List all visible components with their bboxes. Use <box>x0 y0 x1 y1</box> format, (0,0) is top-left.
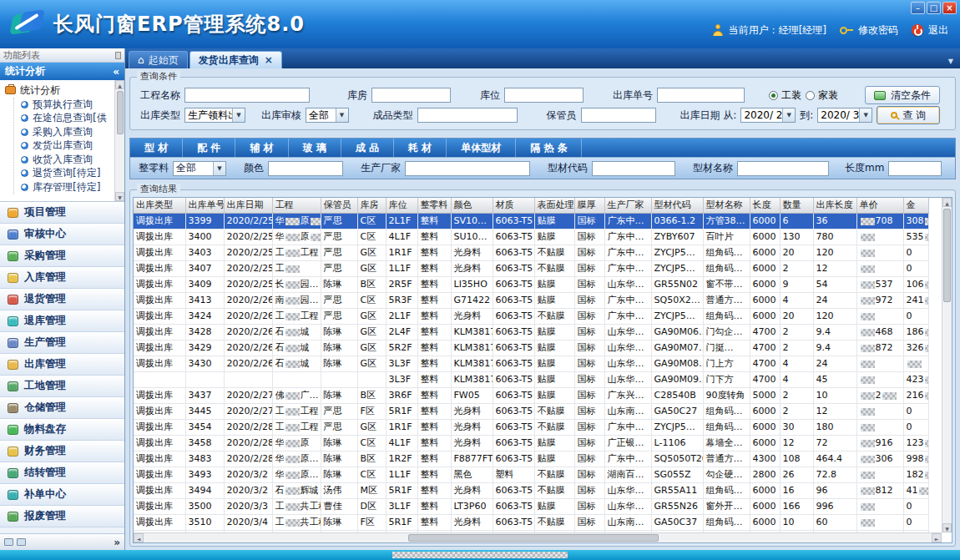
column-header[interactable]: 颜色 <box>451 198 493 213</box>
column-header[interactable]: 库房 <box>357 198 386 213</box>
scroll-right-icon[interactable]: ► <box>932 533 942 542</box>
sidebar-menu-item[interactable]: 补单中心 <box>0 484 124 506</box>
location-input[interactable] <box>504 88 584 103</box>
profile-code-input[interactable] <box>592 161 675 176</box>
column-header[interactable]: 工程 <box>272 198 321 213</box>
search-button[interactable]: 查 询 <box>877 106 940 124</box>
scroll-up-icon[interactable]: ▲ <box>115 80 124 89</box>
tree-item[interactable]: 在途信息查询[供 <box>14 112 113 126</box>
table-row[interactable]: 调拨出库35102020/3/4工共工程陈琳F区5R1F整料光身料6063-T5… <box>134 514 928 530</box>
table-row[interactable]: 调拨出库34302020/2/26石城陈琳G区3L3F整料KLM38176063… <box>134 356 928 371</box>
column-header[interactable]: 数量 <box>780 198 813 213</box>
table-row[interactable]: 调拨出库33992020/2/25华原严思C区2L1F整料SV10…6063-T… <box>134 213 928 229</box>
tree-scrollbar[interactable]: ▲ ▼ <box>114 80 124 201</box>
column-header[interactable]: 整零料 <box>417 198 451 213</box>
table-row[interactable]: 调拨出库34372020/2/27佛广…陈琳B区3R6F整料FW056063-T… <box>134 387 928 403</box>
product-type-input[interactable] <box>417 108 518 123</box>
material-tab[interactable]: 配 件 <box>183 139 235 157</box>
tree-root[interactable]: 统计分析 <box>5 83 113 98</box>
tree-item[interactable]: 发货出库查询 <box>14 139 113 154</box>
table-row[interactable]: 调拨出库34242020/2/26工工程严思G区2L1F整料光身料6063-T5… <box>134 308 928 324</box>
column-header[interactable]: 型材代码 <box>651 198 703 213</box>
tree-item[interactable]: 采购入库查询 <box>14 125 113 139</box>
tab-start-page[interactable]: ⌂ 起始页 <box>129 51 188 68</box>
change-password-link[interactable]: 修改密码 <box>858 23 898 38</box>
sidebar-menu-item[interactable]: 入库管理 <box>0 267 124 289</box>
tab-list-caret-icon[interactable]: ▼ <box>948 58 953 65</box>
column-header[interactable]: 金 <box>903 198 928 213</box>
scrollbar-thumb[interactable] <box>943 209 951 302</box>
table-row[interactable]: 调拨出库34002020/2/25华原严思C区4L1F整料SU10…6063-T… <box>134 229 928 245</box>
tree-item[interactable]: 退货查询[待定] <box>14 167 113 181</box>
table-row[interactable]: 调拨出库34452020/2/27工工程严思F区5R1F整料光身料6063-T5… <box>134 403 928 419</box>
maker-input[interactable] <box>405 161 530 176</box>
scroll-down-icon[interactable]: ▼ <box>115 192 124 201</box>
collapse-icon[interactable]: « <box>113 66 119 78</box>
minimize-button[interactable]: – <box>911 2 925 14</box>
monitor-icon[interactable] <box>4 538 13 546</box>
column-header[interactable]: 出库日期 <box>224 198 272 213</box>
table-row[interactable]: 调拨出库34032020/2/25工工程严思G区1R1F整料光身料6063-T5… <box>134 245 928 260</box>
table-row[interactable]: 调拨出库34582020/2/28华原陈琳C区4L1F整料光身料6063-T5贴… <box>134 435 928 451</box>
sidebar-menu-item[interactable]: 生产管理 <box>0 332 124 354</box>
tree-item[interactable]: 库存管理[待定] <box>14 180 113 194</box>
table-row[interactable]: 调拨出库34092020/2/25长园…陈琳B区2R5F整料LI35HO6063… <box>134 276 928 292</box>
sidebar-menu-item[interactable]: 采购管理 <box>0 245 124 267</box>
material-tab[interactable]: 辅 材 <box>235 139 288 157</box>
column-header[interactable]: 生产厂家 <box>604 198 651 213</box>
profile-name-input[interactable] <box>737 161 829 176</box>
table-row[interactable]: 调拨出库34542020/2/28工工程严思G区1R1F整料光身料6063-T5… <box>134 419 928 435</box>
column-header[interactable]: 出库长度 <box>813 198 856 213</box>
color-input[interactable] <box>268 161 343 176</box>
maximize-button[interactable]: □ <box>927 2 941 14</box>
table-row[interactable]: 调拨出库34832020/2/28华原…陈琳B区1R2F整料F8877FT606… <box>134 451 928 467</box>
column-header[interactable]: 出库类型 <box>134 198 185 213</box>
material-tab[interactable]: 型 材 <box>130 139 183 157</box>
audit-select[interactable]: 全部 ▼ <box>306 108 349 123</box>
material-tab[interactable]: 成 品 <box>341 139 394 157</box>
table-row[interactable]: 调拨出库34932020/3/2华原…陈琳C区1L1F整料黑色塑料不贴膜国标湖南… <box>134 467 928 482</box>
tab-close-icon[interactable]: × <box>265 54 273 66</box>
column-header[interactable]: 材质 <box>493 198 534 213</box>
sidebar-menu-item[interactable]: 审核中心 <box>0 224 124 245</box>
out-type-select[interactable]: 生产领料出库 ▼ <box>184 108 245 123</box>
table-row[interactable]: 调拨出库35002020/3/3工共工程曹佳D区3L1F整料LT3P606063… <box>134 498 928 514</box>
scrollbar-thumb[interactable] <box>408 534 659 542</box>
column-header[interactable]: 库位 <box>386 198 417 213</box>
column-header[interactable]: 出库单号 <box>185 198 224 213</box>
keeper-input[interactable] <box>581 108 656 123</box>
table-row[interactable]: 调拨出库34072020/2/25工严思G区1L1F整料光身料6063-T5不贴… <box>134 260 928 276</box>
pin-icon[interactable] <box>115 52 121 59</box>
column-header[interactable]: 表面处理 <box>534 198 574 213</box>
sidebar-menu-item[interactable]: 物料盘存 <box>0 419 124 441</box>
sidebar-menu-item[interactable]: 项目管理 <box>0 202 124 224</box>
column-header[interactable]: 单价 <box>856 198 903 213</box>
column-header[interactable]: 型材名称 <box>703 198 750 213</box>
sidebar-menu-item[interactable]: 报废管理 <box>0 506 124 527</box>
radio-jiazhuang[interactable]: 家装 <box>806 88 838 103</box>
material-tab[interactable]: 单体型材 <box>447 139 516 157</box>
scroll-left-icon[interactable]: ◄ <box>134 533 144 542</box>
tab-shipping-outbound-query[interactable]: 发货出库查询 × <box>189 51 282 68</box>
length-input[interactable] <box>888 161 942 176</box>
date-to-picker[interactable]: 2020/ 3/16 ▼ <box>817 108 872 123</box>
table-row[interactable]: 调拨出库34942020/3/2石辉城汤伟M区5R1F整料光身料6063-T5不… <box>134 482 928 498</box>
scrollbar-thumb[interactable] <box>117 91 124 134</box>
sidebar-menu-item[interactable]: 退货管理 <box>0 289 124 310</box>
horizontal-scrollbar[interactable]: ◄ ► <box>134 532 942 542</box>
column-header[interactable]: 膜厚 <box>574 198 604 213</box>
vertical-scrollbar[interactable]: ▲ ▼ <box>942 198 952 532</box>
date-from-picker[interactable]: 2020/ 2/16 ▼ <box>740 108 796 123</box>
column-header[interactable]: 长度 <box>750 198 780 213</box>
column-header[interactable]: 保管员 <box>321 198 357 213</box>
radio-gongzhuang[interactable]: 工装 <box>769 88 801 103</box>
sidebar-menu-item[interactable]: 财务管理 <box>0 441 124 462</box>
zhengling-select[interactable]: 全部 ▼ <box>173 161 226 176</box>
more-icon[interactable]: » <box>114 537 120 548</box>
table-row[interactable]: 调拨出库34282020/2/26石城陈琳G区2L4F整料KLM38176063… <box>134 324 928 340</box>
project-name-input[interactable] <box>184 88 310 103</box>
table-row[interactable]: 3L3F整料KLM38176063-T5贴膜国标山东华…GA90M09…门下方4… <box>134 371 928 387</box>
sidebar-menu-item[interactable]: 结转管理 <box>0 462 124 484</box>
sidebar-menu-item[interactable]: 退库管理 <box>0 310 124 332</box>
close-button[interactable]: × <box>942 2 957 14</box>
